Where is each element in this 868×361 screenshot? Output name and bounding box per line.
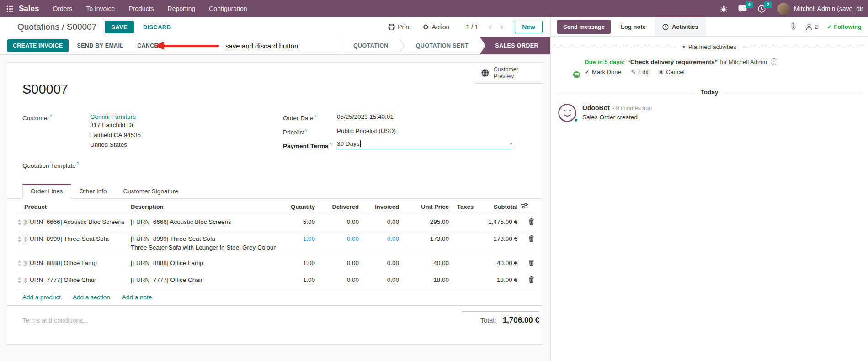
- delete-row-icon[interactable]: [519, 214, 535, 231]
- table-row[interactable]: [FURN_6666] Acoustic Bloc Screens [FURN_…: [16, 214, 535, 231]
- customer-preview-button[interactable]: Customer Preview: [475, 63, 543, 84]
- tab-customer-signature[interactable]: Customer Signature: [115, 184, 186, 199]
- col-product[interactable]: Product: [22, 199, 129, 214]
- menu-products[interactable]: Products: [128, 5, 154, 12]
- order-date-field[interactable]: 05/25/2023 15:40:01: [337, 113, 394, 122]
- tab-order-lines[interactable]: Order Lines: [22, 184, 71, 199]
- delete-row-icon[interactable]: [519, 255, 535, 272]
- table-row[interactable]: [FURN_7777] Office Chair [FURN_7777] Off…: [16, 272, 535, 289]
- terms-and-conditions-placeholder[interactable]: Terms and conditions...: [22, 317, 88, 325]
- col-subtotal[interactable]: Subtotal: [483, 199, 519, 214]
- payment-terms-label: Payment Terms?: [283, 141, 337, 149]
- quotation-template-label: Quotation Template?: [22, 161, 90, 169]
- menu-configuration[interactable]: Configuration: [209, 5, 247, 12]
- col-invoiced[interactable]: Invoiced: [361, 199, 401, 214]
- apps-grid-icon[interactable]: [6, 5, 13, 12]
- activities-count-badge: 2: [764, 1, 772, 8]
- planned-activity-item: Due in 5 days: “Check delivery requireme…: [558, 57, 868, 78]
- message-author[interactable]: OdooBot: [582, 104, 610, 111]
- chatter-panel: Send message Log note Activities 2 ✔: [551, 17, 868, 361]
- stage-quotation-sent[interactable]: QUOTATION SENT: [405, 37, 480, 54]
- print-button[interactable]: Print: [388, 23, 411, 31]
- planned-activities-header: ▾ Planned activities: [554, 43, 864, 50]
- followers-button[interactable]: 2: [806, 23, 818, 30]
- gear-icon: ⚙: [423, 23, 429, 31]
- send-by-email-button[interactable]: SEND BY EMAIL: [72, 39, 129, 52]
- pager-next-icon[interactable]: ›: [500, 24, 503, 30]
- person-icon: [806, 23, 812, 30]
- order-date-label: Order Date?: [283, 113, 337, 122]
- help-icon: ?: [50, 113, 52, 118]
- user-name: Mitchell Admin (save_discard: [794, 5, 863, 12]
- mark-done-button[interactable]: ✔ Mark Done: [585, 69, 621, 75]
- add-a-product-link[interactable]: Add a product: [22, 294, 61, 301]
- col-quantity[interactable]: Quantity: [282, 199, 317, 214]
- red-arrow-head: [155, 42, 164, 50]
- delete-row-icon[interactable]: [519, 231, 535, 255]
- stage-separator-icon: [399, 37, 405, 54]
- menu-reporting[interactable]: Reporting: [168, 5, 196, 12]
- cancel-activity-button[interactable]: ✖ Cancel: [659, 69, 685, 75]
- pricelist-field[interactable]: Public Pricelist (USD): [337, 127, 396, 136]
- tab-other-info[interactable]: Other Info: [71, 184, 115, 199]
- col-delivered[interactable]: Delivered: [317, 199, 361, 214]
- col-taxes[interactable]: Taxes: [451, 199, 483, 214]
- dropdown-caret-icon[interactable]: ▾: [510, 141, 512, 147]
- log-note-button[interactable]: Log note: [621, 23, 646, 30]
- drag-handle-icon[interactable]: [16, 231, 22, 255]
- debug-bug-icon[interactable]: [720, 5, 727, 12]
- breadcrumb[interactable]: Quotations / S00007: [17, 22, 96, 32]
- activity-assignee: for Mitchell Admin: [720, 58, 767, 65]
- info-icon[interactable]: i: [771, 58, 777, 65]
- menu-to-invoice[interactable]: To Invoice: [86, 5, 115, 12]
- messages-count-badge: 4: [746, 1, 753, 8]
- payment-terms-input[interactable]: 30 Days ▾: [337, 140, 512, 149]
- customer-address-line: 317 Fairchild Dr: [90, 120, 141, 130]
- new-button[interactable]: New: [515, 21, 543, 33]
- create-invoice-button[interactable]: CREATE INVOICE: [7, 39, 69, 52]
- send-message-button[interactable]: Send message: [557, 20, 611, 34]
- planned-activities-toggle[interactable]: ▾ Planned activities: [676, 43, 743, 50]
- add-a-note-link[interactable]: Add a note: [122, 294, 152, 301]
- col-description[interactable]: Description: [129, 199, 282, 214]
- messages-icon[interactable]: 4: [738, 5, 747, 13]
- heart-icon: ♥: [574, 117, 578, 123]
- stage-sales-order[interactable]: SALES ORDER: [479, 37, 550, 54]
- activity-due-date: Due in 5 days:: [585, 58, 625, 65]
- optional-columns-icon[interactable]: [519, 199, 535, 214]
- action-button[interactable]: ⚙ Action: [423, 23, 449, 31]
- drag-handle-icon[interactable]: [16, 255, 22, 272]
- user-avatar: [777, 3, 790, 15]
- customer-label: Customer?: [22, 113, 90, 150]
- add-a-section-link[interactable]: Add a section: [73, 294, 110, 301]
- attach-files-icon[interactable]: [790, 22, 797, 32]
- table-row[interactable]: [FURN_8999] Three-Seat Sofa [FURN_8999] …: [16, 231, 535, 255]
- discard-button[interactable]: DISCARD: [143, 24, 171, 31]
- edit-activity-button[interactable]: ✎ Edit: [631, 69, 649, 75]
- globe-icon: [481, 69, 490, 78]
- activities-tab[interactable]: Activities: [655, 17, 706, 36]
- red-arrow-shaft: [163, 45, 219, 47]
- customer-link[interactable]: Gemini Furniture: [90, 113, 136, 120]
- app-name[interactable]: Sales: [19, 4, 39, 13]
- collapse-caret-icon: ▾: [682, 44, 685, 50]
- pager-previous-icon[interactable]: ‹: [489, 24, 492, 30]
- activity-type-badge-icon: [572, 70, 581, 79]
- drag-handle-icon[interactable]: [16, 214, 22, 231]
- col-unit-price[interactable]: Unit Price: [401, 199, 451, 214]
- user-menu[interactable]: Mitchell Admin (save_discard: [777, 3, 863, 15]
- stage-quotation[interactable]: QUOTATION: [342, 37, 399, 54]
- delete-row-icon[interactable]: [519, 272, 535, 289]
- following-button[interactable]: ✔ Following: [827, 23, 862, 30]
- check-icon: ✔: [827, 24, 831, 30]
- drag-handle-icon[interactable]: [16, 272, 22, 289]
- activities-clock-icon[interactable]: 2: [758, 5, 766, 13]
- table-row[interactable]: [FURN_8888] Office Lamp [FURN_8888] Offi…: [16, 255, 535, 272]
- menu-orders[interactable]: Orders: [53, 5, 72, 12]
- form-sheet: Customer Preview S00007 Customer? Gemini…: [7, 62, 543, 345]
- table-footer-links: Add a product Add a section Add a note: [7, 289, 543, 306]
- total-value: 1,706.00 €: [503, 316, 539, 325]
- total-label: Total:: [480, 317, 496, 324]
- x-icon: ✖: [659, 69, 663, 75]
- save-button[interactable]: SAVE: [105, 21, 134, 33]
